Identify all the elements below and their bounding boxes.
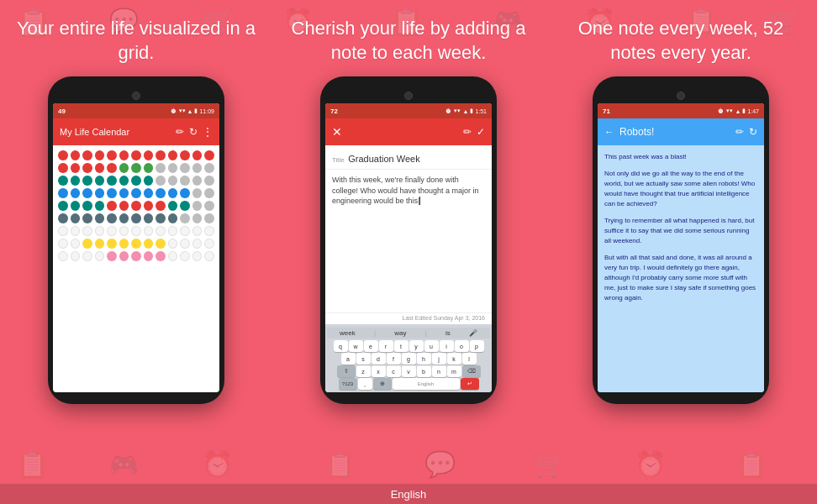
dot[interactable] [144,150,154,160]
key-num[interactable]: ?123 [339,378,357,390]
dot[interactable] [204,213,214,223]
dot[interactable] [144,163,154,173]
key-x[interactable]: x [372,365,386,377]
key-q[interactable]: q [334,340,348,352]
dot[interactable] [204,251,214,261]
key-w[interactable]: w [349,340,363,352]
dot[interactable] [131,239,141,249]
dot[interactable] [58,188,68,198]
dot[interactable] [155,163,166,173]
more-icon[interactable]: ⋮ [203,126,213,138]
dot[interactable] [119,201,129,211]
dot[interactable] [144,213,154,223]
dot[interactable] [192,239,203,249]
key-enter[interactable]: ↵ [461,378,479,390]
dot[interactable] [107,213,117,223]
key-space[interactable]: English [393,378,460,390]
dot[interactable] [131,213,141,223]
dot[interactable] [95,150,105,160]
dot[interactable] [71,251,81,261]
refresh-icon[interactable]: ↻ [749,126,757,138]
dot[interactable] [58,239,68,249]
dot[interactable] [95,176,105,186]
key-g[interactable]: g [402,353,416,365]
dot[interactable] [192,251,203,261]
dot[interactable] [144,226,154,236]
key-shift[interactable]: ⇧ [337,365,356,377]
dot[interactable] [168,163,178,173]
dot[interactable] [180,213,190,223]
dot[interactable] [155,176,166,186]
key-comma[interactable]: , [358,378,372,390]
dot[interactable] [155,201,166,211]
dot[interactable] [119,213,129,223]
dot[interactable] [82,213,92,223]
back-icon[interactable]: ← [604,126,614,138]
dot[interactable] [119,176,129,186]
mic-icon[interactable]: 🎤 [469,329,477,337]
dot[interactable] [180,176,190,186]
key-l[interactable]: l [462,353,477,365]
dot[interactable] [180,163,190,173]
dot[interactable] [95,239,105,249]
key-y[interactable]: y [409,340,424,352]
dot[interactable] [131,150,141,160]
dot[interactable] [155,239,166,249]
dot[interactable] [82,239,92,249]
dot[interactable] [71,163,81,173]
dot[interactable] [58,150,68,160]
key-globe[interactable]: ⊕ [373,378,392,390]
dot[interactable] [204,201,214,211]
key-delete[interactable]: ⌫ [462,365,481,377]
dot[interactable] [95,188,105,198]
dot[interactable] [58,251,68,261]
dot[interactable] [192,176,203,186]
dot[interactable] [155,188,166,198]
dot[interactable] [204,188,214,198]
dot[interactable] [168,201,178,211]
dot[interactable] [107,239,117,249]
key-o[interactable]: o [455,340,469,352]
dot[interactable] [180,201,190,211]
dot[interactable] [71,176,81,186]
dot[interactable] [144,176,154,186]
key-u[interactable]: u [424,340,439,352]
edit-icon[interactable]: ✏ [463,126,472,138]
dot[interactable] [131,201,141,211]
keyboard[interactable]: week | way | is 🎤 q w e r t y u [325,324,492,392]
dot[interactable] [144,188,154,198]
dot[interactable] [180,239,190,249]
dot[interactable] [71,150,81,160]
dot[interactable] [192,213,203,223]
dot[interactable] [168,251,178,261]
dot[interactable] [168,213,178,223]
dot[interactable] [131,163,141,173]
dot[interactable] [119,163,129,173]
key-s[interactable]: s [356,353,371,365]
language-selector[interactable]: English [391,488,427,501]
dot[interactable] [204,163,214,173]
dot[interactable] [144,201,154,211]
dot[interactable] [204,226,214,236]
check-icon[interactable]: ✓ [477,126,485,138]
dot[interactable] [82,150,92,160]
dot[interactable] [168,239,178,249]
key-i[interactable]: i [440,340,454,352]
key-j[interactable]: j [432,353,446,365]
key-d[interactable]: d [372,353,386,365]
key-f[interactable]: f [387,353,401,365]
dot[interactable] [107,226,117,236]
key-t[interactable]: t [394,340,408,352]
dot[interactable] [107,188,117,198]
refresh-icon[interactable]: ↻ [189,126,198,138]
suggestion-2[interactable]: way [394,329,406,337]
dot[interactable] [168,150,178,160]
dot[interactable] [82,188,92,198]
dot[interactable] [82,163,92,173]
dot[interactable] [131,251,140,261]
dot[interactable] [180,226,190,236]
dot[interactable] [95,163,105,173]
dot[interactable] [155,226,166,236]
dot[interactable] [192,150,203,160]
dot[interactable] [204,239,214,249]
